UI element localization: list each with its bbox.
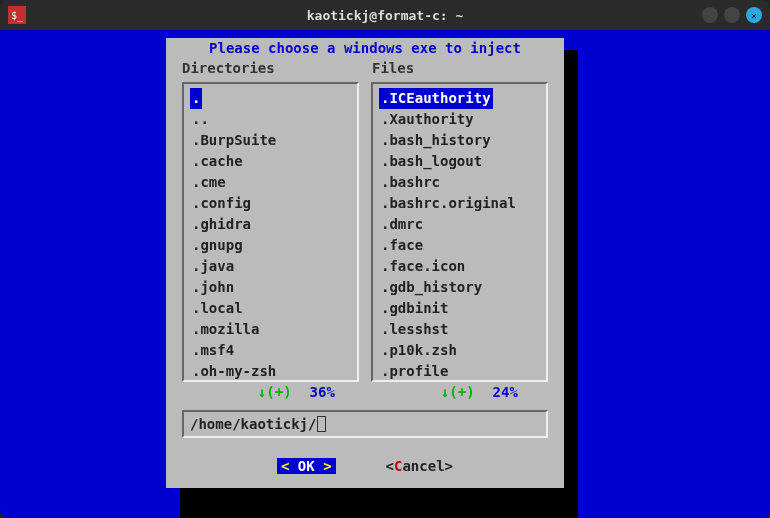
dialog-buttons: < OK > <Cancel>	[166, 444, 564, 488]
cancel-button[interactable]: <Cancel>	[386, 458, 453, 474]
list-item[interactable]: .dmrc	[379, 214, 540, 235]
list-item[interactable]: .profile	[379, 361, 540, 382]
terminal-body: Please choose a windows exe to inject Di…	[0, 30, 770, 518]
list-item[interactable]: ..	[190, 109, 351, 130]
ok-button[interactable]: < OK >	[277, 458, 336, 474]
maximize-button[interactable]	[724, 7, 740, 23]
down-arrow-icon: ↓(+)	[258, 384, 292, 400]
column-headers: Directories Files	[166, 60, 564, 76]
list-item[interactable]: .	[190, 88, 202, 109]
dir-scroll-percent: 36%	[310, 384, 335, 400]
list-item[interactable]: .ICEauthority	[379, 88, 493, 109]
files-list[interactable]: .ICEauthority.Xauthority.bash_history.ba…	[371, 82, 548, 382]
list-item[interactable]: .mozilla	[190, 319, 351, 340]
minimize-button[interactable]	[702, 7, 718, 23]
list-item[interactable]: .bash_logout	[379, 151, 540, 172]
list-item[interactable]: .local	[190, 298, 351, 319]
list-item[interactable]: .gnupg	[190, 235, 351, 256]
path-value: /home/kaotickj/	[190, 416, 316, 432]
list-item[interactable]: .ghidra	[190, 214, 351, 235]
app-icon: $_	[8, 6, 26, 24]
path-input[interactable]: /home/kaotickj/	[182, 410, 548, 438]
list-item[interactable]: .config	[190, 193, 351, 214]
scroll-indicators: ↓(+)36% ↓(+)24%	[166, 384, 564, 400]
list-item[interactable]: .Xauthority	[379, 109, 540, 130]
lists-row: ....BurpSuite.cache.cme.config.ghidra.gn…	[166, 76, 564, 384]
list-item[interactable]: .gdb_history	[379, 277, 540, 298]
list-item[interactable]: .lesshst	[379, 319, 540, 340]
window-controls: ✕	[702, 7, 762, 23]
file-scroll-percent: 24%	[493, 384, 518, 400]
text-cursor	[317, 416, 326, 432]
directories-header: Directories	[182, 60, 372, 76]
list-item[interactable]: .cache	[190, 151, 351, 172]
list-item[interactable]: .bashrc.original	[379, 193, 540, 214]
directories-list[interactable]: ....BurpSuite.cache.cme.config.ghidra.gn…	[182, 82, 359, 382]
file-scroll: ↓(+)24%	[365, 384, 548, 400]
list-item[interactable]: .face.icon	[379, 256, 540, 277]
down-arrow-icon: ↓(+)	[441, 384, 475, 400]
file-chooser-dialog: Please choose a windows exe to inject Di…	[166, 38, 564, 488]
list-item[interactable]: .john	[190, 277, 351, 298]
list-item[interactable]: .BurpSuite	[190, 130, 351, 151]
list-item[interactable]: .bash_history	[379, 130, 540, 151]
dialog-title: Please choose a windows exe to inject	[166, 38, 564, 60]
files-header: Files	[372, 60, 414, 76]
list-item[interactable]: .oh-my-zsh	[190, 361, 351, 382]
list-item[interactable]: .face	[379, 235, 540, 256]
close-button[interactable]: ✕	[746, 7, 762, 23]
list-item[interactable]: .cme	[190, 172, 351, 193]
list-item[interactable]: .java	[190, 256, 351, 277]
window-title: kaotickj@format-c: ~	[307, 8, 464, 23]
titlebar: $_ kaotickj@format-c: ~ ✕	[0, 0, 770, 30]
path-row: /home/kaotickj/	[166, 400, 564, 444]
list-item[interactable]: .p10k.zsh	[379, 340, 540, 361]
list-item[interactable]: .msf4	[190, 340, 351, 361]
terminal-window: $_ kaotickj@format-c: ~ ✕ Please choose …	[0, 0, 770, 518]
list-item[interactable]: .bashrc	[379, 172, 540, 193]
list-item[interactable]: .gdbinit	[379, 298, 540, 319]
dir-scroll: ↓(+)36%	[182, 384, 365, 400]
